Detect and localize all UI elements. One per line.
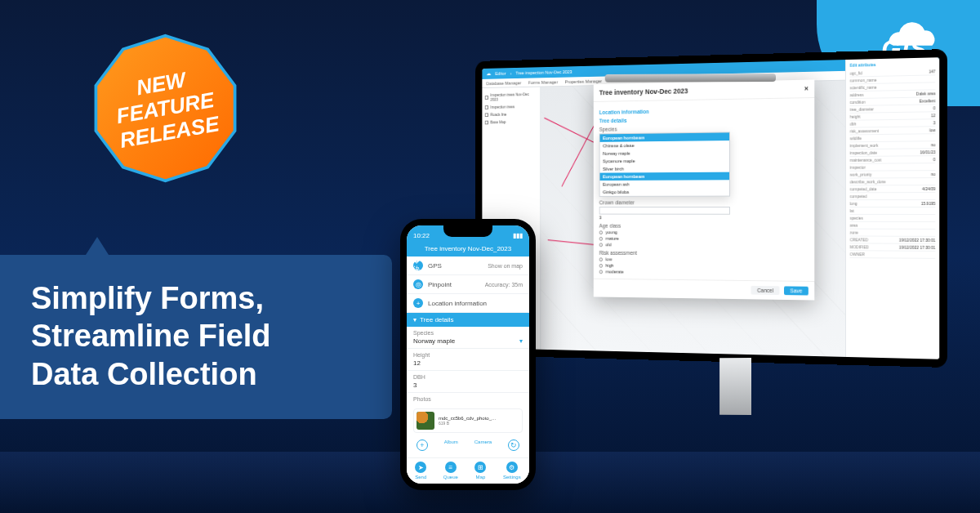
- crown-value: 3: [599, 215, 808, 220]
- modal-title: Tree inventory Nov-Dec 2023: [599, 87, 688, 97]
- camera-button[interactable]: Camera: [474, 439, 492, 451]
- risk-option[interactable]: moderate: [606, 270, 624, 274]
- refresh-icon: ↻: [508, 439, 519, 451]
- monitor-screen: ☁ Editor › Tree inspection Nov-Dec 2023 …: [482, 57, 939, 359]
- chevron-down-icon: ▾: [413, 316, 416, 323]
- photo-size: 619 B: [439, 421, 519, 426]
- radio-icon[interactable]: [599, 270, 603, 274]
- show-on-map[interactable]: Show on map: [488, 263, 523, 269]
- app-name: Editor: [495, 71, 506, 76]
- risk-label: Risk assessment: [599, 250, 808, 257]
- gear-icon: ⚙: [506, 462, 518, 473]
- photos-field: Photos: [407, 393, 529, 405]
- phone-tabbar: ➤Send ≡Queue ⊞Map ⚙Settings: [407, 457, 529, 484]
- add-photo-button[interactable]: +: [416, 439, 428, 451]
- section-details-row[interactable]: ▾ Tree details: [407, 313, 529, 327]
- album-button[interactable]: Album: [444, 439, 458, 451]
- radio-icon[interactable]: [599, 236, 603, 240]
- signal-icon: ▮▮▮: [513, 232, 523, 239]
- risk-option[interactable]: low: [606, 256, 612, 261]
- queue-icon: ≡: [445, 462, 457, 473]
- attribute-tab[interactable]: Edit attributes: [850, 60, 936, 67]
- monitor-neck: [719, 358, 751, 415]
- tab-queue[interactable]: ≡Queue: [443, 462, 458, 480]
- attribute-panel: Edit attributes ogc_fid147common_namesci…: [845, 57, 939, 359]
- refresh-button[interactable]: ↻: [508, 439, 519, 451]
- age-option[interactable]: mature: [606, 236, 619, 241]
- attribute-row[interactable]: lat: [850, 207, 936, 215]
- headline-pointer-icon: [86, 237, 109, 255]
- layer-item[interactable]: Roads line: [490, 112, 506, 117]
- menu-item[interactable]: Database Manager: [486, 80, 521, 86]
- gps-icon: �決: [413, 261, 423, 270]
- cloud-icon: ☁: [486, 71, 491, 78]
- age-option[interactable]: old: [606, 243, 612, 248]
- checkbox-icon[interactable]: [485, 96, 488, 100]
- save-button[interactable]: Save: [784, 286, 808, 295]
- checkbox-icon[interactable]: [485, 113, 488, 117]
- pinpoint-icon: ◎: [413, 279, 423, 289]
- menu-item[interactable]: Forms Manager: [528, 79, 558, 84]
- cancel-button[interactable]: Cancel: [751, 286, 780, 295]
- phone-title: Tree inventory Nov-Dec_2023: [407, 243, 529, 256]
- plus-icon: +: [413, 298, 423, 308]
- attribute-row[interactable]: OWNER: [850, 251, 936, 259]
- accuracy-text: Accuracy: 35m: [485, 282, 523, 288]
- layer-item[interactable]: Inspection trees Nov-Dec 2023: [490, 91, 537, 101]
- attribute-row[interactable]: describe_work_done: [850, 178, 936, 185]
- species-option[interactable]: European ash: [600, 180, 729, 188]
- age-option[interactable]: young: [606, 230, 617, 234]
- checkbox-icon[interactable]: [485, 120, 488, 124]
- section-location-row[interactable]: + Location information: [407, 294, 529, 313]
- send-icon: ➤: [415, 462, 426, 473]
- radio-icon[interactable]: [599, 243, 603, 247]
- tab-settings[interactable]: ⚙Settings: [503, 462, 521, 480]
- dbh-field[interactable]: DBH 3: [407, 371, 529, 393]
- height-field[interactable]: Height 12: [407, 349, 529, 371]
- plus-icon: +: [416, 439, 428, 451]
- tab-send[interactable]: ➤Send: [415, 462, 426, 480]
- crown-input[interactable]: [599, 207, 730, 215]
- age-label: Age class: [599, 223, 808, 229]
- radio-icon[interactable]: [599, 263, 603, 267]
- species-field[interactable]: Species Norway maple ▾: [407, 327, 529, 349]
- phone-notch: [443, 225, 492, 237]
- attribute-row[interactable]: area: [850, 222, 936, 230]
- clock: 10:22: [413, 232, 430, 239]
- species-dropdown[interactable]: European hornbeamChinese & oleaeNorway m…: [599, 132, 730, 196]
- menu-item[interactable]: Properties Manager: [565, 78, 603, 84]
- radio-icon[interactable]: [599, 257, 603, 261]
- gps-row[interactable]: �決 GPS Show on map: [407, 256, 529, 275]
- photo-item[interactable]: mdc_cc5b6_cdv_photo_... 619 B: [413, 408, 523, 433]
- monitor-bezel: ☁ Editor › Tree inspection Nov-Dec 2023 …: [475, 49, 947, 368]
- species-label: Species: [599, 123, 808, 132]
- section-details[interactable]: Tree details: [599, 115, 808, 124]
- attribute-row[interactable]: competed_date4/24/09: [850, 185, 936, 193]
- close-icon[interactable]: ×: [804, 85, 808, 93]
- crown-label: Crown diameter: [599, 199, 808, 205]
- form-modal: Tree inventory Nov-Dec 2023 × Location i…: [594, 79, 815, 300]
- species-option[interactable]: Ginkgo biloba: [600, 188, 729, 196]
- attribute-row[interactable]: competed: [850, 193, 936, 200]
- phone-mockup: 10:22 ▮▮▮ Tree inventory Nov-Dec_2023 �決…: [400, 219, 536, 490]
- risk-option[interactable]: high: [606, 263, 614, 268]
- feature-badge: NEW FEATURE RELEASE: [90, 33, 241, 184]
- map-icon: ⊞: [474, 462, 486, 473]
- phone-screen: 10:22 ▮▮▮ Tree inventory Nov-Dec_2023 �決…: [407, 225, 529, 484]
- headline-text: Simplify Forms, Streamline Field Data Co…: [0, 255, 392, 419]
- chevron-down-icon[interactable]: ▾: [519, 337, 523, 345]
- radio-icon[interactable]: [599, 230, 603, 234]
- breadcrumb: Tree inspection Nov-Dec 2023: [515, 69, 572, 75]
- layer-item[interactable]: Base Map: [490, 119, 506, 124]
- tab-map[interactable]: ⊞Map: [474, 462, 486, 480]
- attribute-row[interactable]: zone: [850, 230, 936, 237]
- layer-item[interactable]: Inspection trees: [490, 105, 514, 109]
- attribute-row[interactable]: long15.9195: [850, 200, 936, 207]
- section-location[interactable]: Location information: [599, 106, 808, 115]
- checkbox-icon[interactable]: [485, 105, 488, 109]
- photo-actions: + Album Camera ↻: [407, 436, 529, 454]
- attribute-row[interactable]: species: [850, 215, 936, 222]
- headline-panel: Simplify Forms, Streamline Field Data Co…: [0, 237, 392, 419]
- pinpoint-row[interactable]: ◎ Pinpoint Accuracy: 35m: [407, 275, 529, 294]
- photo-thumbnail: [416, 412, 434, 430]
